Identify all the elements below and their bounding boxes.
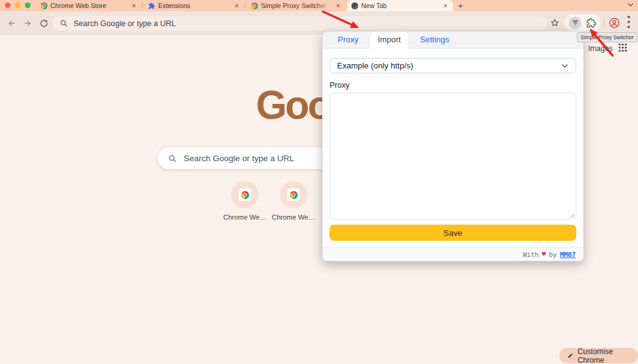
extension-tooltip: Simple Proxy Switcher bbox=[577, 32, 637, 42]
chevron-down-icon[interactable] bbox=[628, 1, 633, 6]
tab-extensions[interactable]: Extensions × bbox=[144, 0, 244, 11]
customise-chrome-label: Customise Chrome bbox=[578, 347, 630, 364]
macos-minimize-button[interactable] bbox=[15, 2, 21, 8]
pencil-icon bbox=[568, 352, 573, 359]
author-link[interactable]: MM07 bbox=[560, 251, 576, 258]
tab-title: New Tab bbox=[361, 2, 439, 9]
address-bar[interactable]: Search Google or type a URL bbox=[52, 16, 547, 30]
chrome-web-store-favicon-icon bbox=[251, 2, 258, 9]
address-bar-placeholder: Search Google or type a URL bbox=[74, 19, 176, 28]
chrome-web-store-favicon-icon bbox=[239, 189, 251, 201]
profile-avatar[interactable] bbox=[609, 17, 620, 31]
proxy-label: Proxy bbox=[330, 81, 576, 90]
new-tab-favicon-icon bbox=[351, 2, 358, 9]
close-icon[interactable]: × bbox=[335, 2, 341, 9]
google-apps-grid-icon[interactable] bbox=[618, 43, 627, 55]
extension-pill bbox=[564, 14, 601, 31]
popup-tab-proxy[interactable]: Proxy bbox=[330, 32, 366, 48]
tab-strip: Chrome Web Store × Extensions × Simple P… bbox=[0, 0, 638, 11]
tab-title: Chrome Web Store bbox=[50, 2, 128, 9]
popup-tab-settings[interactable]: Settings bbox=[412, 32, 457, 48]
extension-popup: Proxy Import Settings Example (only http… bbox=[322, 31, 584, 261]
shortcut-chrome-web-store[interactable]: Chrome We… bbox=[217, 181, 272, 221]
tab-simple-proxy-switcher[interactable]: Simple Proxy Switcher - Chro × bbox=[247, 0, 346, 11]
footer-by-text: by bbox=[549, 251, 557, 258]
popup-tab-bar: Proxy Import Settings bbox=[323, 32, 583, 49]
tab-separator bbox=[142, 2, 143, 9]
close-icon[interactable]: × bbox=[131, 2, 137, 9]
images-link[interactable]: Images bbox=[588, 44, 612, 53]
heart-icon: ♥ bbox=[541, 250, 546, 258]
footer-with-text: With bbox=[523, 251, 538, 258]
kebab-menu-icon[interactable]: ••• bbox=[624, 15, 634, 30]
macos-fullscreen-button[interactable] bbox=[25, 2, 31, 8]
search-icon bbox=[168, 154, 177, 163]
ntp-search-placeholder: Search Google or type a URL bbox=[184, 154, 294, 163]
tab-separator bbox=[245, 2, 245, 9]
close-icon[interactable]: × bbox=[234, 2, 240, 9]
chevron-down-icon bbox=[561, 62, 569, 70]
bookmark-star-icon[interactable] bbox=[550, 18, 559, 30]
tab-title: Simple Proxy Switcher - Chro bbox=[261, 2, 332, 9]
extensions-puzzle-icon bbox=[148, 2, 155, 9]
tab-title: Extensions bbox=[158, 2, 231, 9]
simple-proxy-switcher-extension-icon[interactable] bbox=[569, 17, 581, 29]
chrome-web-store-favicon-icon bbox=[40, 2, 47, 9]
popup-footer: With ♥ by MM07 bbox=[323, 247, 583, 261]
extensions-menu-puzzle-icon[interactable] bbox=[586, 18, 596, 28]
shortcut-chrome-web-store-2[interactable]: Chrome We… bbox=[266, 181, 321, 221]
customise-chrome-button[interactable]: Customise Chrome bbox=[559, 348, 638, 363]
browser-window: Chrome Web Store × Extensions × Simple P… bbox=[0, 0, 638, 364]
macos-close-button[interactable] bbox=[5, 2, 11, 8]
proxy-textarea[interactable] bbox=[330, 93, 576, 219]
shortcut-tile-circle bbox=[231, 181, 259, 208]
forward-icon[interactable] bbox=[20, 11, 35, 35]
tab-new-tab[interactable]: New Tab × bbox=[347, 0, 453, 11]
popup-tab-import[interactable]: Import bbox=[369, 31, 409, 49]
reload-icon[interactable] bbox=[36, 11, 51, 35]
toolbar-divider bbox=[604, 18, 604, 28]
new-tab-button[interactable]: + bbox=[455, 1, 465, 11]
save-button[interactable]: Save bbox=[330, 225, 576, 241]
shortcut-label: Chrome We… bbox=[217, 213, 272, 221]
chrome-web-store-favicon-icon bbox=[287, 189, 300, 201]
close-icon[interactable]: × bbox=[442, 2, 449, 9]
shortcut-tile-circle bbox=[280, 181, 307, 208]
example-select-value: Example (only http/s) bbox=[337, 61, 413, 70]
back-icon[interactable] bbox=[4, 11, 19, 35]
example-select[interactable]: Example (only http/s) bbox=[330, 58, 576, 73]
tab-chrome-web-store[interactable]: Chrome Web Store × bbox=[36, 0, 141, 11]
shortcut-label: Chrome We… bbox=[266, 213, 321, 221]
proxy-textarea-wrap bbox=[330, 93, 576, 220]
search-icon bbox=[60, 19, 68, 27]
popup-body: Example (only http/s) Proxy Save bbox=[323, 49, 583, 247]
